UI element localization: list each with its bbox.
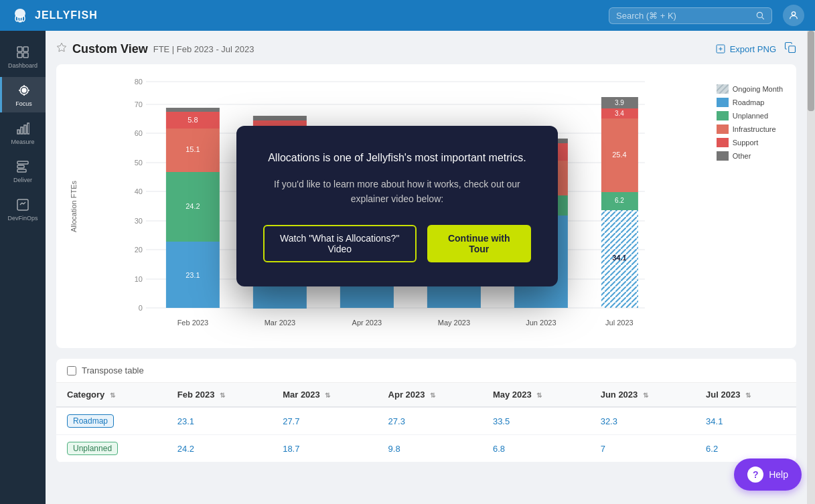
- logo-text: JELLYFISH: [35, 9, 98, 21]
- help-icon: ?: [747, 467, 763, 483]
- legend-label-other: Other: [733, 152, 751, 160]
- page-title: Custom View: [72, 42, 148, 56]
- dashboard-icon: [16, 46, 29, 59]
- focus-icon: [17, 84, 31, 97]
- category-badge: Unplanned: [67, 442, 118, 455]
- svg-rect-6: [17, 53, 22, 58]
- y-axis-label: Allocation FTEs: [70, 78, 78, 335]
- help-button[interactable]: ? Help: [734, 458, 802, 491]
- legend-label-infrastructure: Infrastructure: [733, 125, 776, 133]
- export-label: Export PNG: [730, 44, 776, 54]
- svg-line-2: [762, 17, 764, 19]
- svg-rect-21: [17, 199, 28, 210]
- svg-line-23: [22, 203, 23, 204]
- sidebar-item-dashboard[interactable]: Dashboard: [0, 39, 46, 74]
- measure-icon: [16, 122, 29, 135]
- svg-rect-16: [24, 125, 26, 134]
- continue-tour-button[interactable]: Continue with Tour: [427, 225, 531, 262]
- devfinops-icon: [16, 198, 29, 212]
- col-header-apr: Apr 2023 ⇅: [378, 383, 482, 407]
- legend-swatch-infrastructure: [717, 124, 729, 134]
- sidebar-label-measure: Measure: [11, 139, 34, 145]
- svg-rect-17: [27, 123, 29, 134]
- favorite-icon[interactable]: [56, 42, 67, 56]
- page-header: Custom View FTE | Feb 2023 - Jul 2023 Ex…: [56, 41, 796, 56]
- top-bar: JELLYFISH: [0, 0, 815, 31]
- legend-item-ongoing: Ongoing Month: [717, 84, 783, 94]
- table-row: Unplanned24.218.79.86.876.2: [56, 435, 796, 463]
- svg-rect-19: [17, 165, 24, 168]
- sidebar-item-devfinops[interactable]: DevFinOps: [0, 191, 46, 227]
- sort-icon-apr[interactable]: ⇅: [430, 392, 435, 399]
- search-icon: [755, 11, 765, 20]
- data-table-section: Transpose table Category ⇅ Feb 2023 ⇅: [56, 359, 796, 463]
- col-header-mar: Mar 2023 ⇅: [272, 383, 377, 407]
- cell-value: 6.8: [482, 435, 590, 463]
- sort-icon-feb[interactable]: ⇅: [220, 392, 225, 399]
- scroll-thumb[interactable]: [808, 31, 814, 111]
- legend-swatch-other: [717, 151, 729, 161]
- cell-value: 24.2: [167, 435, 272, 463]
- legend-swatch-unplanned: [717, 111, 729, 120]
- legend-swatch-ongoing: [717, 84, 729, 94]
- legend-swatch-support: [717, 138, 729, 147]
- legend-item-roadmap: Roadmap: [717, 98, 783, 107]
- sidebar-label-focus: Focus: [15, 100, 32, 107]
- sort-icon-jul[interactable]: ⇅: [745, 392, 751, 399]
- svg-point-3: [792, 12, 795, 15]
- legend-item-infrastructure: Infrastructure: [717, 124, 783, 134]
- cell-category: Unplanned: [56, 435, 167, 463]
- modal-overlay: Allocations is one of Jellyfish's most i…: [88, 78, 706, 335]
- table-row: Roadmap23.127.727.333.532.334.1: [56, 407, 796, 435]
- sidebar-item-deliver[interactable]: Deliver: [0, 153, 46, 189]
- sidebar: Dashboard Focus: [0, 31, 46, 504]
- sort-icon-mar[interactable]: ⇅: [325, 392, 330, 399]
- sort-icon-category[interactable]: ⇅: [110, 392, 115, 399]
- search-input[interactable]: [616, 11, 750, 21]
- svg-marker-25: [57, 43, 66, 52]
- chart-container: Allocation FTEs 0 10 20 30: [56, 64, 796, 348]
- sidebar-label-dashboard: Dashboard: [8, 62, 38, 69]
- legend-item-other: Other: [717, 151, 783, 161]
- sidebar-item-measure[interactable]: Measure: [0, 115, 46, 151]
- legend-label-unplanned: Unplanned: [733, 112, 768, 120]
- watch-video-button[interactable]: Watch "What is Allocations?" Video: [263, 225, 417, 262]
- svg-rect-14: [17, 130, 19, 134]
- svg-rect-15: [21, 127, 23, 134]
- export-png-button[interactable]: Export PNG: [715, 44, 776, 54]
- legend-item-support: Support: [717, 138, 783, 147]
- data-table: Category ⇅ Feb 2023 ⇅ Mar 2023 ⇅: [56, 383, 796, 463]
- sidebar-item-focus[interactable]: Focus: [0, 77, 46, 112]
- transpose-checkbox[interactable]: [67, 366, 76, 375]
- sort-icon-may[interactable]: ⇅: [536, 392, 542, 399]
- search-bar[interactable]: [609, 7, 772, 24]
- cell-value: 23.1: [167, 407, 272, 435]
- svg-rect-7: [23, 53, 28, 58]
- cell-value: 32.3: [590, 407, 695, 435]
- sort-icon-jun[interactable]: ⇅: [643, 392, 648, 399]
- jellyfish-logo-icon: [11, 6, 29, 25]
- legend-label-support: Support: [733, 139, 759, 147]
- copy-button[interactable]: [784, 41, 796, 56]
- svg-rect-20: [17, 169, 26, 172]
- col-header-feb: Feb 2023 ⇅: [167, 383, 272, 407]
- chart-legend: Ongoing Month Roadmap Unplanned Inf: [717, 78, 783, 335]
- svg-line-24: [23, 202, 25, 204]
- legend-item-unplanned: Unplanned: [717, 111, 783, 120]
- modal-main-text: Allocations is one of Jellyfish's most i…: [263, 150, 531, 166]
- user-avatar-button[interactable]: [783, 5, 804, 26]
- info-modal: Allocations is one of Jellyfish's most i…: [236, 126, 558, 287]
- svg-rect-18: [17, 161, 28, 164]
- sidebar-label-deliver: Deliver: [13, 177, 32, 183]
- svg-rect-4: [17, 47, 22, 52]
- col-header-jul: Jul 2023 ⇅: [695, 383, 796, 407]
- modal-sub-text: If you'd like to learn more about how it…: [263, 177, 531, 207]
- legend-swatch-roadmap: [717, 98, 729, 107]
- copy-icon: [784, 41, 796, 54]
- svg-rect-29: [789, 46, 796, 53]
- transpose-label: Transpose table: [82, 365, 144, 375]
- svg-point-1: [757, 12, 762, 17]
- legend-label-ongoing: Ongoing Month: [733, 85, 783, 93]
- right-scrollbar[interactable]: [807, 31, 815, 504]
- col-header-jun: Jun 2023 ⇅: [590, 383, 695, 407]
